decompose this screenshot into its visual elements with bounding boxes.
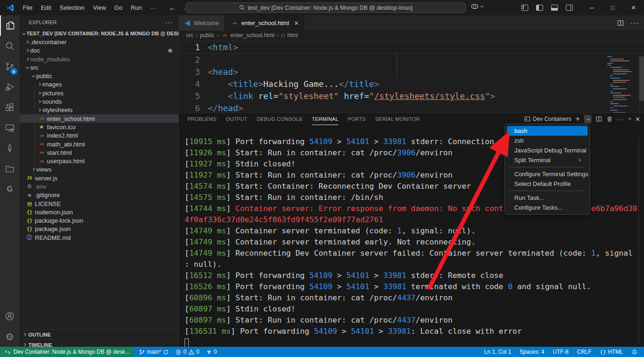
panel-tab-output[interactable]: OUTPUT xyxy=(226,113,247,125)
tab-enter-school-html[interactable]: <> enter_school.html ✕ xyxy=(225,15,305,31)
menu-item-split-terminal[interactable]: Split Terminal xyxy=(507,155,588,165)
menu-item-configure-tasks[interactable]: Configure Tasks... xyxy=(507,203,588,212)
tree-item-userpass-html[interactable]: <>userpass.html xyxy=(20,157,179,165)
tree-item-favicon-ico[interactable]: ★favicon.ico xyxy=(20,123,179,131)
tree-item-package-json[interactable]: {}package.json xyxy=(20,225,179,233)
panel-tab-ports[interactable]: PORTS xyxy=(348,113,366,125)
language-mode[interactable]: {}HTML xyxy=(597,349,626,355)
indentation[interactable]: Spaces: 4 xyxy=(517,349,547,355)
tree-item-enter-school-html[interactable]: <>enter_school.html xyxy=(20,114,179,123)
tree-item-node-modules[interactable]: node_modules xyxy=(20,55,179,63)
maximize-button[interactable]: □ xyxy=(602,0,623,15)
tree-item-start-html[interactable]: <>start.html xyxy=(20,148,179,157)
editor-more-actions-icon[interactable]: ··· xyxy=(631,19,639,27)
menu-item-run-task[interactable]: Run Task... xyxy=(507,193,588,203)
terminal-line: [60897 ms] Start: Run in container: cat … xyxy=(185,315,644,326)
tree-item-devcontainer[interactable]: .devcontainer xyxy=(20,38,179,46)
remote-indicator[interactable]: Dev Container: Node.js & Mongo DB @ desk… xyxy=(0,347,134,357)
terminal-profile-dropdown-icon[interactable] xyxy=(584,115,591,123)
new-terminal-icon[interactable]: + xyxy=(576,115,580,123)
explorer-more-actions-icon[interactable]: ··· xyxy=(165,19,173,26)
tree-item-public[interactable]: public xyxy=(20,72,179,80)
command-center-search[interactable]: test_dev [Dev Container: Node.js & Mongo… xyxy=(186,2,466,13)
cursor-position[interactable]: Ln 1, Col 1 xyxy=(481,349,514,355)
tree-item-nodemon-json[interactable]: {}nodemon.json xyxy=(20,208,179,216)
outline-section[interactable]: OUTLINE xyxy=(20,329,179,339)
tree-item-sounds[interactable]: sounds xyxy=(20,97,179,106)
menu-item-zsh[interactable]: zsh xyxy=(507,136,588,145)
back-arrow-icon[interactable]: ← xyxy=(169,4,176,12)
code-editor[interactable]: 1<html>23<head>4 <title>Hacking Game...<… xyxy=(179,40,644,112)
copilot-button[interactable] xyxy=(471,3,483,10)
tree-item-gitignore[interactable]: ◈.gitignore xyxy=(20,191,179,199)
gitlens-icon[interactable]: G xyxy=(0,179,20,199)
forwarded-ports-status[interactable]: 0 xyxy=(203,349,220,355)
maximize-panel-icon[interactable] xyxy=(628,117,631,120)
eol-sequence[interactable]: CRLF xyxy=(574,349,594,355)
tree-item-index2-html[interactable]: <>index2.html xyxy=(20,132,179,140)
toggle-panel-icon[interactable] xyxy=(551,5,558,11)
menu-file[interactable]: File xyxy=(19,2,37,13)
launch-profile[interactable]: Dev Containers xyxy=(524,116,571,122)
modified-dot-indicator xyxy=(168,49,172,53)
customize-layout-icon[interactable] xyxy=(521,5,528,11)
explorer-icon[interactable] xyxy=(0,15,20,36)
tree-item-src[interactable]: src xyxy=(20,63,179,72)
notifications-bell[interactable] xyxy=(629,349,640,355)
tree-item-math-abi-html[interactable]: <>math_abi.html xyxy=(20,140,179,148)
menu-go[interactable]: Go xyxy=(110,2,126,13)
timeline-section[interactable]: TIMELINE xyxy=(20,339,179,347)
tree-item-package-lock-json[interactable]: {}package-lock.json xyxy=(20,217,179,225)
menu-item-javascript-debug-terminal[interactable]: JavaScript Debug Terminal xyxy=(507,145,588,155)
folder-explorer-icon[interactable] xyxy=(0,159,20,179)
tree-item-images[interactable]: images xyxy=(20,80,179,89)
editor-scrollbar[interactable] xyxy=(639,56,644,101)
toggle-secondary-sidebar-icon[interactable] xyxy=(566,5,573,11)
mongodb-icon[interactable] xyxy=(0,138,20,159)
tab-welcome[interactable]: Welcome xyxy=(179,15,225,31)
menu-run[interactable]: Run xyxy=(126,2,146,13)
html-file-icon: <> xyxy=(38,159,45,164)
menu-item-configure-terminal-settings[interactable]: Configure Terminal Settings xyxy=(507,169,588,179)
tree-item-readme-md[interactable]: ⓘREADME.md xyxy=(20,233,179,242)
terminal-scrollbar[interactable] xyxy=(638,137,639,344)
close-button[interactable]: ✕ xyxy=(623,0,644,15)
tree-item-pictures[interactable]: pictures xyxy=(20,89,179,97)
menu-selection[interactable]: Selection xyxy=(55,2,88,13)
settings-gear-icon[interactable]: ⚙ xyxy=(0,326,20,347)
panel-tab-serial-monitor[interactable]: SERIAL MONITOR xyxy=(375,113,420,125)
tree-item-license[interactable]: ▤LICENSE xyxy=(20,199,179,208)
tree-item-stylesheets[interactable]: stylesheets xyxy=(20,106,179,114)
menu-more-icon[interactable]: ··· xyxy=(146,2,160,13)
toggle-sidebar-icon[interactable] xyxy=(536,5,543,11)
tree-item-env[interactable]: ⚙.env xyxy=(20,182,179,191)
split-editor-icon[interactable] xyxy=(617,20,624,26)
menu-view[interactable]: View xyxy=(89,2,110,13)
close-panel-icon[interactable]: ✕ xyxy=(635,116,640,123)
remote-explorer-icon[interactable] xyxy=(0,118,20,138)
tree-root-folder[interactable]: TEST_DEV [DEV CONTAINER: NODE.JS & MONGO… xyxy=(20,29,179,38)
source-control-icon[interactable]: 4 xyxy=(0,56,20,77)
menu-item-bash[interactable]: bash xyxy=(507,126,588,136)
breadcrumb[interactable]: src› public› <> enter_school.html› ⬡ htm… xyxy=(179,31,644,40)
extensions-icon[interactable] xyxy=(0,97,20,118)
search-icon[interactable] xyxy=(0,36,20,56)
accounts-icon[interactable] xyxy=(0,306,20,326)
minimize-button[interactable]: ─ xyxy=(581,0,602,15)
panel-tab-debug-console[interactable]: DEBUG CONSOLE xyxy=(257,113,303,125)
close-tab-icon[interactable]: ✕ xyxy=(294,20,299,26)
kill-terminal-trash-icon[interactable] xyxy=(606,116,613,122)
tree-item-views[interactable]: views xyxy=(20,165,179,174)
tree-item-server-js[interactable]: JSserver.js xyxy=(20,174,179,182)
menu-item-select-default-profile[interactable]: Select Default Profile xyxy=(507,179,588,189)
git-branch-status[interactable]: main* xyxy=(136,349,172,355)
encoding[interactable]: UTF-8 xyxy=(550,349,571,355)
tree-item-doc[interactable]: doc xyxy=(20,46,179,55)
panel-more-actions-icon[interactable]: ··· xyxy=(617,116,624,123)
menu-edit[interactable]: Edit xyxy=(37,2,55,13)
run-debug-icon[interactable] xyxy=(0,77,20,97)
panel-tab-problems[interactable]: PROBLEMS xyxy=(187,113,217,125)
panel-tab-terminal[interactable]: TERMINAL xyxy=(312,113,339,125)
split-terminal-icon[interactable] xyxy=(596,116,602,122)
problems-status[interactable]: 0 0 xyxy=(173,349,202,355)
